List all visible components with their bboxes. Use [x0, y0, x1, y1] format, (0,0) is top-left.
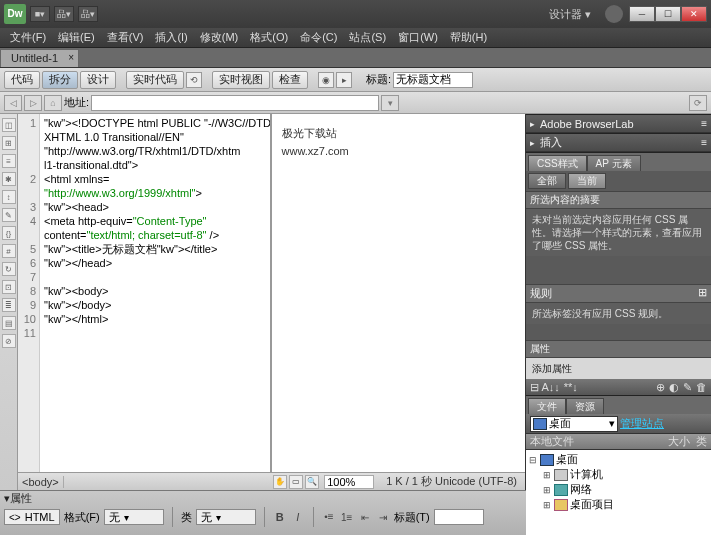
css-summary-text: 未对当前选定内容应用任何 CSS 属性。请选择一个样式的元素，查看应用了哪些 C… [526, 209, 711, 256]
tab-files[interactable]: 文件 [528, 398, 566, 414]
inspect-button[interactable]: 检查 [272, 71, 308, 89]
sb-select-icon[interactable]: ▭ [289, 475, 303, 489]
indent-button[interactable]: ⇥ [376, 510, 390, 524]
menu-window[interactable]: 窗口(W) [392, 30, 444, 45]
menu-view[interactable]: 查看(V) [101, 30, 150, 45]
css-edit-icon[interactable]: ✎ [683, 381, 692, 394]
class-combo[interactable]: 无 ▾ [196, 509, 256, 525]
extend-menu[interactable]: 品▾ [54, 6, 74, 22]
browser-preview-icon[interactable]: ◉ [318, 72, 334, 88]
css-delete-icon[interactable]: 🗑 [696, 381, 707, 393]
sb-zoom-icon[interactable]: 🔍 [305, 475, 319, 489]
view-code-button[interactable]: 代码 [4, 71, 40, 89]
code-editor[interactable]: "kw"><!DOCTYPE html PUBLIC "-//W3C//DTDX… [40, 114, 270, 472]
file-tree[interactable]: ⊟桌面 ⊞计算机 ⊞网络 ⊞桌面项目 [526, 450, 711, 535]
window-maximize[interactable]: ☐ [655, 6, 681, 22]
prop-title-input[interactable] [434, 509, 484, 525]
tool-9[interactable]: ↻ [2, 262, 16, 276]
css-all-button[interactable]: 全部 [528, 173, 566, 189]
view-design-button[interactable]: 设计 [80, 71, 116, 89]
col-size[interactable]: 大小 [668, 434, 690, 449]
nav-back[interactable]: ◁ [4, 95, 22, 111]
panel-browserlab-header[interactable]: ▸Adobe BrowserLab≡ [526, 115, 711, 133]
search-button[interactable] [605, 5, 623, 23]
nav-refresh[interactable]: ⟳ [689, 95, 707, 111]
window-minimize[interactable]: ─ [629, 6, 655, 22]
tool-4[interactable]: ✱ [2, 172, 16, 186]
preview-line1: 极光下载站 [282, 124, 516, 142]
window-close[interactable]: ✕ [681, 6, 707, 22]
title-label: 标题: [366, 72, 391, 87]
code-pane[interactable]: 1 2 34 567891011 "kw"><!DOCTYPE html PUB… [18, 114, 272, 472]
tool-2[interactable]: ⊞ [2, 136, 16, 150]
tab-assets[interactable]: 资源 [566, 398, 604, 414]
layout-menu[interactable]: ■▾ [30, 6, 50, 22]
nav-forward[interactable]: ▷ [24, 95, 42, 111]
tool-8[interactable]: # [2, 244, 16, 258]
address-input[interactable] [91, 95, 379, 111]
menu-edit[interactable]: 编辑(E) [52, 30, 101, 45]
tool-11[interactable]: ≣ [2, 298, 16, 312]
italic-button[interactable]: I [291, 510, 305, 524]
menu-format[interactable]: 格式(O) [244, 30, 294, 45]
properties-header[interactable]: 属性 [10, 491, 32, 506]
tab-ap-elements[interactable]: AP 元素 [587, 155, 641, 171]
css-current-button[interactable]: 当前 [568, 173, 606, 189]
app-logo: Dw [4, 4, 26, 24]
col-local-files[interactable]: 本地文件 [530, 434, 668, 449]
design-preview[interactable]: 极光下载站 www.xz7.com [272, 114, 526, 472]
tool-13[interactable]: ⊘ [2, 334, 16, 348]
css-attach-icon[interactable]: ⊕ [656, 381, 665, 394]
title-input[interactable] [393, 72, 473, 88]
tag-selector[interactable]: <body> [18, 476, 64, 488]
col-type[interactable]: 类 [696, 434, 707, 449]
css-rules-label: 规则 [530, 286, 552, 301]
view-split-button[interactable]: 拆分 [42, 71, 78, 89]
site-menu[interactable]: 品▾ [78, 6, 98, 22]
nav-home[interactable]: ⌂ [44, 95, 62, 111]
sb-hand-icon[interactable]: ✋ [273, 475, 287, 489]
document-tab[interactable]: Untitled-1 × [0, 49, 79, 67]
css-sort-icon[interactable]: ⊟ A↓↓ [530, 381, 560, 394]
css-rules-text: 所选标签没有应用 CSS 规则。 [526, 303, 711, 324]
format-combo[interactable]: 无 ▾ [104, 509, 164, 525]
menu-site[interactable]: 站点(S) [343, 30, 392, 45]
menu-command[interactable]: 命令(C) [294, 30, 343, 45]
tool-3[interactable]: ≡ [2, 154, 16, 168]
menu-modify[interactable]: 修改(M) [194, 30, 245, 45]
rules-icon[interactable]: ⊞ [698, 286, 707, 301]
mode-html[interactable]: <> HTML [4, 509, 60, 525]
site-combo[interactable]: 桌面▾ [530, 416, 618, 432]
menu-insert[interactable]: 插入(I) [149, 30, 193, 45]
tool-12[interactable]: ▤ [2, 316, 16, 330]
panel-insert-header[interactable]: ▸插入≡ [526, 134, 711, 152]
tool-6[interactable]: ✎ [2, 208, 16, 222]
code-toolbar: ◫ ⊞ ≡ ✱ ↕ ✎ {} # ↻ ⊡ ≣ ▤ ⊘ [0, 114, 18, 490]
tab-css-styles[interactable]: CSS样式 [528, 155, 587, 171]
menubar: 文件(F) 编辑(E) 查看(V) 插入(I) 修改(M) 格式(O) 命令(C… [0, 28, 711, 48]
tool-10[interactable]: ⊡ [2, 280, 16, 294]
css-filter-icon[interactable]: **↓ [564, 381, 578, 393]
tool-1[interactable]: ◫ [2, 118, 16, 132]
menu-file[interactable]: 文件(F) [4, 30, 52, 45]
live-code-icon[interactable]: ⟲ [186, 72, 202, 88]
ol-button[interactable]: 1≡ [340, 510, 354, 524]
manage-sites-link[interactable]: 管理站点 [620, 416, 664, 431]
css-new-icon[interactable]: ◐ [669, 381, 679, 394]
live-code-button[interactable]: 实时代码 [126, 71, 184, 89]
tab-close[interactable]: × [68, 52, 74, 63]
css-add-property[interactable]: 添加属性 [526, 358, 711, 379]
menu-help[interactable]: 帮助(H) [444, 30, 493, 45]
nav-go[interactable]: ▾ [381, 95, 399, 111]
zoom-field[interactable] [324, 475, 374, 489]
tool-7[interactable]: {} [2, 226, 16, 240]
outdent-button[interactable]: ⇤ [358, 510, 372, 524]
live-view-button[interactable]: 实时视图 [212, 71, 270, 89]
validate-icon[interactable]: ▸ [336, 72, 352, 88]
line-gutter: 1 2 34 567891011 [18, 114, 40, 472]
tool-5[interactable]: ↕ [2, 190, 16, 204]
css-props-label: 属性 [526, 340, 711, 358]
bold-button[interactable]: B [273, 510, 287, 524]
ul-button[interactable]: ⦁≡ [322, 510, 336, 524]
workspace-switcher[interactable]: 设计器 ▾ [541, 5, 599, 24]
